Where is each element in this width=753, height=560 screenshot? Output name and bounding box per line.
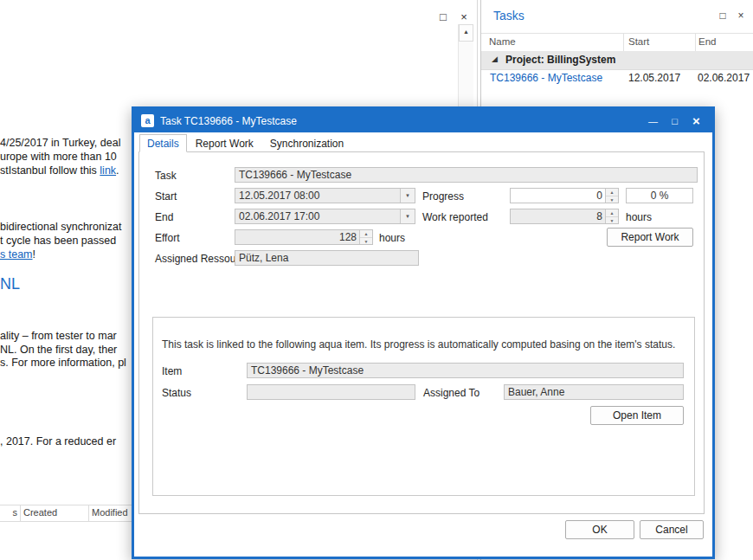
progress-value: 0 — [596, 189, 602, 203]
task-start-date: 12.05.2017 — [628, 72, 680, 84]
bg-heading: NL — [0, 275, 20, 293]
maximize-icon: □ — [672, 116, 678, 126]
work-reported-spinner: 8 ▲▼ — [510, 209, 619, 224]
spinner-buttons[interactable]: ▲▼ — [605, 189, 618, 203]
bg-text-line: , 2017. For a reduced er — [0, 435, 116, 447]
assigned-to-label: Assigned To — [423, 387, 479, 399]
details-tab-page: Task TC139666 - MyTestcase Start 12.05.2… — [138, 151, 705, 514]
spin-down-icon[interactable]: ▼ — [606, 196, 618, 203]
spin-up-icon: ▲ — [606, 209, 618, 217]
maximize-button[interactable]: □ — [664, 116, 685, 126]
progress-label: Progress — [422, 190, 464, 203]
open-item-button[interactable]: Open Item — [590, 406, 684, 425]
column-header[interactable]: s — [0, 505, 21, 521]
task-link[interactable]: TC139666 - MyTestcase — [490, 72, 602, 84]
ok-button[interactable]: OK — [565, 520, 634, 539]
tab-report-work[interactable]: Report Work — [188, 134, 261, 152]
task-label: Task — [155, 170, 177, 182]
start-label: Start — [155, 190, 177, 203]
bg-text-line: s. For more information, pl — [0, 357, 126, 369]
dropdown-icon[interactable]: ▼ — [400, 189, 415, 203]
spinner-buttons[interactable]: ▲▼ — [359, 230, 372, 244]
tasks-panel-controls: □ × — [717, 10, 747, 22]
effort-spinner[interactable]: 128 ▲▼ — [235, 229, 373, 245]
spin-down-icon: ▼ — [606, 217, 618, 224]
column-header[interactable]: Created — [21, 505, 89, 521]
start-date-combo[interactable]: 12.05.2017 08:00 ▼ — [235, 188, 415, 203]
group-label: Project: BillingSystem — [505, 54, 615, 66]
scroll-up-icon: ▲ — [463, 29, 469, 35]
column-header-end[interactable]: End — [698, 36, 716, 47]
text-segment: stIstanbul follow this — [0, 164, 100, 177]
end-date-combo[interactable]: 02.06.2017 17:00 ▼ — [235, 209, 415, 224]
group-row-project[interactable]: ◢ Project: BillingSystem — [481, 51, 753, 70]
panel-title: Tasks — [493, 9, 525, 23]
cancel-button[interactable]: Cancel — [640, 520, 704, 539]
spin-up-icon[interactable]: ▲ — [360, 230, 372, 238]
assigned-to-field: Bauer, Anne — [504, 384, 684, 400]
end-label: End — [155, 211, 173, 223]
bg-text-line: bidirectional synchronizat — [0, 221, 121, 233]
bg-text-line: ality – from tester to mar — [0, 330, 117, 342]
bg-text-line: urope with more than 10 — [0, 151, 117, 163]
column-separator — [695, 34, 696, 51]
dialog-titlebar[interactable]: a Task TC139666 - MyTestcase — □ × — [134, 109, 712, 132]
scroll-up-button[interactable]: ▲ — [459, 24, 473, 42]
close-icon[interactable]: × — [735, 10, 747, 22]
task-row[interactable]: TC139666 - MyTestcase 12.05.2017 02.06.2… — [481, 70, 753, 87]
maximize-icon[interactable]: □ — [717, 10, 729, 22]
tab-synchronization[interactable]: Synchronization — [262, 134, 351, 152]
minimize-icon: — — [648, 116, 658, 126]
status-field — [247, 384, 415, 400]
task-field: TC139666 - MyTestcase — [235, 167, 698, 183]
item-field: TC139666 - MyTestcase — [247, 363, 684, 378]
bg-text-line: t cycle has been passed — [0, 235, 116, 247]
progress-percent-box: 0 % — [626, 188, 693, 203]
dialog-title: Task TC139666 - MyTestcase — [160, 115, 642, 127]
minimize-button[interactable]: — — [642, 116, 664, 126]
linked-item-description: This task is linked to the following aqu… — [162, 338, 685, 351]
bg-text-line: 4/25/2017 in Turkey, deal — [0, 137, 120, 149]
close-icon[interactable]: × — [457, 10, 471, 23]
linked-item-groupbox: This task is linked to the following aqu… — [152, 317, 695, 496]
column-header-start[interactable]: Start — [628, 36, 649, 47]
status-label: Status — [162, 387, 191, 399]
task-dialog: a Task TC139666 - MyTestcase — □ × Detai… — [132, 106, 715, 559]
work-reported-label: Work reported — [422, 211, 488, 223]
assigned-resource-field: Pütz, Lena — [235, 250, 419, 266]
maximize-icon[interactable]: □ — [436, 10, 450, 23]
close-button[interactable]: × — [685, 113, 707, 128]
spinner-buttons: ▲▼ — [605, 209, 618, 223]
item-label: Item — [162, 365, 182, 377]
task-end-date: 02.06.2017 — [698, 72, 750, 84]
dialog-body: Details Report Work Synchronization Task… — [134, 132, 712, 551]
bg-text-line: NL. On the first day, ther — [0, 344, 117, 356]
effort-unit: hours — [379, 232, 405, 244]
bg-text-line: s team! — [0, 248, 35, 261]
spin-down-icon[interactable]: ▼ — [360, 238, 372, 245]
work-reported-value: 8 — [596, 209, 602, 223]
group-expander-icon[interactable]: ◢ — [492, 55, 498, 63]
column-header-name[interactable]: Name — [489, 36, 516, 47]
start-date-value: 12.05.2017 08:00 — [239, 189, 319, 203]
hyperlink[interactable]: s team — [0, 248, 33, 261]
bg-window-controls: □ × — [436, 10, 471, 23]
tab-strip: Details Report Work Synchronization — [139, 134, 352, 152]
text-segment: . — [116, 164, 119, 177]
end-date-value: 02.06.2017 17:00 — [239, 209, 319, 223]
column-separator — [623, 34, 624, 51]
work-reported-unit: hours — [626, 211, 652, 223]
dropdown-icon[interactable]: ▼ — [400, 209, 415, 223]
report-work-button[interactable]: Report Work — [607, 228, 693, 247]
bg-text-line: stIstanbul follow this link. — [0, 164, 119, 177]
tasks-grid-header: Name Start End — [481, 33, 753, 52]
tab-details[interactable]: Details — [139, 134, 187, 152]
close-icon: × — [692, 113, 700, 128]
spin-up-icon[interactable]: ▲ — [606, 189, 618, 196]
hyperlink[interactable]: link — [100, 164, 116, 177]
effort-value: 128 — [339, 230, 357, 244]
progress-spinner[interactable]: 0 ▲▼ — [510, 188, 619, 203]
text-segment: ! — [33, 248, 35, 261]
app-logo-icon: a — [141, 114, 154, 127]
effort-label: Effort — [155, 232, 179, 244]
